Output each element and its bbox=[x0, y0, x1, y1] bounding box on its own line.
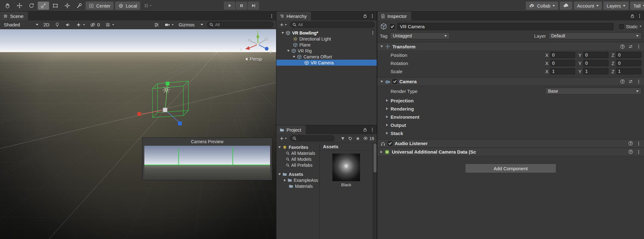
search-by-type-icon[interactable] bbox=[341, 136, 345, 141]
active-checkbox[interactable] bbox=[390, 24, 395, 29]
search-by-label-icon[interactable] bbox=[348, 136, 353, 141]
hierarchy-item-vr-camera[interactable]: VR Camera bbox=[276, 60, 377, 66]
hierarchy-menu-kebab-icon[interactable] bbox=[370, 14, 375, 18]
step-button[interactable] bbox=[248, 2, 259, 10]
position-z-field[interactable] bbox=[616, 52, 641, 58]
foldout-rendering[interactable]: Rendering bbox=[377, 105, 644, 113]
hierarchy-item-scene-root[interactable]: VR Bowling* bbox=[276, 30, 377, 36]
project-menu-kebab-icon[interactable] bbox=[370, 128, 375, 132]
scene-camera-dropdown[interactable] bbox=[163, 21, 175, 28]
rotate-tool-button[interactable] bbox=[26, 2, 37, 10]
perspective-indicator[interactable]: Persp bbox=[245, 56, 262, 62]
help-icon[interactable] bbox=[620, 44, 625, 49]
package-visibility-toggle[interactable]: 16 bbox=[363, 136, 374, 141]
tag-dropdown[interactable]: Untagged bbox=[390, 32, 450, 39]
transform-tool-button[interactable] bbox=[62, 2, 73, 10]
create-object-button[interactable] bbox=[278, 23, 288, 27]
presets-icon[interactable] bbox=[628, 44, 633, 49]
foldout-stack[interactable]: Stack bbox=[377, 129, 644, 137]
lock-icon[interactable] bbox=[630, 14, 635, 18]
presets-icon[interactable] bbox=[628, 79, 633, 84]
foldout-environment[interactable]: Environment bbox=[377, 113, 644, 121]
static-checkbox[interactable] bbox=[619, 24, 624, 29]
audio-listener-component-header[interactable]: Audio Listener bbox=[377, 139, 644, 148]
save-search-star-icon[interactable] bbox=[356, 136, 360, 141]
tab-hierarchy[interactable]: Hierarchy bbox=[276, 12, 311, 20]
camera-component-header[interactable]: Camera bbox=[377, 77, 644, 86]
scene-effects-dropdown[interactable] bbox=[75, 21, 86, 28]
rotation-x-field[interactable] bbox=[550, 60, 575, 66]
layout-dropdown[interactable]: Tall bbox=[630, 2, 644, 10]
scene-audio-toggle[interactable] bbox=[64, 21, 72, 28]
project-search-input[interactable] bbox=[290, 135, 335, 141]
foldout-arrow-icon[interactable] bbox=[380, 46, 383, 47]
scale-tool-button[interactable] bbox=[38, 2, 49, 10]
position-x-field[interactable] bbox=[550, 52, 575, 58]
favorites-root[interactable]: Favorites bbox=[276, 144, 319, 150]
scrollbar[interactable] bbox=[373, 143, 377, 239]
tab-inspector[interactable]: Inspector bbox=[377, 12, 411, 20]
render-type-dropdown[interactable]: Base bbox=[545, 88, 641, 95]
component-menu-kebab-icon[interactable] bbox=[636, 141, 641, 146]
help-icon[interactable] bbox=[628, 141, 633, 146]
layer-dropdown[interactable]: Default bbox=[548, 32, 641, 39]
transform-component-header[interactable]: Transform bbox=[377, 42, 644, 51]
move-tool-button[interactable] bbox=[14, 2, 25, 10]
scale-z-field[interactable] bbox=[616, 68, 641, 74]
gameobject-3d-icon[interactable] bbox=[380, 23, 387, 30]
hidden-objects-toggle[interactable]: 0 bbox=[89, 21, 101, 28]
lock-icon[interactable] bbox=[363, 14, 367, 18]
component-menu-kebab-icon[interactable] bbox=[636, 44, 641, 49]
foldout-projection[interactable]: Projection bbox=[377, 96, 644, 105]
scene-viewport[interactable]: y x z Persp Camera Preview bbox=[0, 29, 276, 239]
camera-enabled-checkbox[interactable] bbox=[392, 79, 397, 84]
expand-arrow-icon[interactable] bbox=[281, 32, 284, 34]
grid-snapping-button[interactable] bbox=[142, 2, 153, 10]
foldout-arrow-icon[interactable] bbox=[380, 151, 382, 153]
2d-toggle-button[interactable]: 2D bbox=[42, 21, 51, 28]
foldout-arrow-icon[interactable] bbox=[380, 81, 383, 83]
play-button[interactable] bbox=[224, 2, 235, 10]
shading-mode-dropdown[interactable]: Shaded bbox=[3, 21, 40, 28]
pause-button[interactable] bbox=[236, 2, 247, 10]
account-dropdown[interactable]: Account bbox=[574, 2, 602, 10]
scale-y-field[interactable] bbox=[583, 68, 608, 74]
folder-materials[interactable]: Materials bbox=[276, 183, 319, 189]
tab-scene[interactable]: Scene bbox=[0, 12, 28, 20]
hierarchy-item-directional-light[interactable]: Directional Light bbox=[276, 36, 377, 42]
favorite-all-prefabs[interactable]: All Prefabs bbox=[276, 162, 319, 168]
component-menu-kebab-icon[interactable] bbox=[636, 79, 641, 84]
uacd-component-header[interactable]: Universal Additional Camera Data (Sc bbox=[377, 148, 644, 156]
hierarchy-item-camera-offset[interactable]: Camera Offset bbox=[276, 54, 377, 60]
tab-project[interactable]: Project bbox=[276, 125, 306, 134]
folder-exampleassets[interactable]: ExampleAss bbox=[276, 177, 319, 183]
asset-thumbnail[interactable] bbox=[332, 154, 360, 181]
scene-camera-settings-button[interactable] bbox=[153, 21, 161, 28]
inspector-menu-kebab-icon[interactable] bbox=[637, 14, 642, 18]
favorite-all-models[interactable]: All Models bbox=[276, 156, 319, 162]
collab-button[interactable]: Collab bbox=[526, 2, 558, 10]
position-y-field[interactable] bbox=[583, 52, 608, 58]
pivot-mode-button[interactable]: Center bbox=[86, 2, 114, 10]
rotation-z-field[interactable] bbox=[616, 60, 641, 66]
expand-arrow-icon[interactable] bbox=[278, 146, 281, 148]
expand-arrow-icon[interactable] bbox=[278, 173, 281, 175]
assets-folder-root[interactable]: Assets bbox=[276, 171, 319, 177]
scene-grid-dropdown[interactable] bbox=[104, 21, 115, 28]
collapse-arrow-icon[interactable] bbox=[284, 179, 286, 182]
favorite-all-materials[interactable]: All Materials bbox=[276, 150, 319, 156]
orientation-mode-button[interactable]: Local bbox=[115, 2, 140, 10]
object-name-field[interactable] bbox=[397, 23, 613, 30]
create-asset-button[interactable] bbox=[278, 136, 288, 141]
expand-arrow-icon[interactable] bbox=[293, 56, 295, 58]
help-icon[interactable] bbox=[628, 149, 633, 154]
scene-menu-kebab-icon[interactable] bbox=[269, 14, 274, 18]
asset-item-black[interactable]: Black bbox=[320, 154, 373, 187]
foldout-output[interactable]: Output bbox=[377, 121, 644, 129]
audio-listener-enabled-checkbox[interactable] bbox=[388, 141, 392, 146]
scrollbar-thumb[interactable] bbox=[374, 144, 376, 172]
scale-x-field[interactable] bbox=[550, 68, 575, 74]
gizmos-dropdown[interactable]: Gizmos bbox=[177, 21, 204, 28]
hierarchy-search-input[interactable]: All bbox=[290, 22, 375, 28]
custom-tools-button[interactable] bbox=[74, 2, 85, 10]
